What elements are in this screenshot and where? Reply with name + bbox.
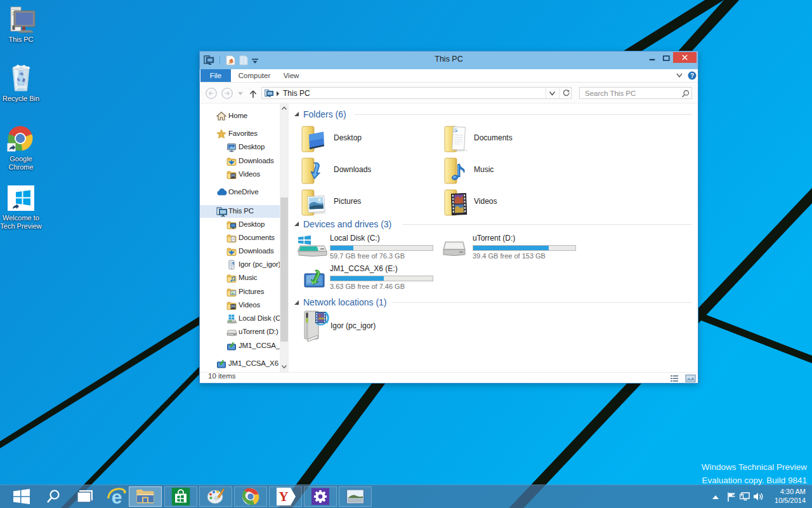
svg-text:Y: Y: [278, 489, 288, 504]
svg-text:?: ?: [690, 72, 694, 79]
